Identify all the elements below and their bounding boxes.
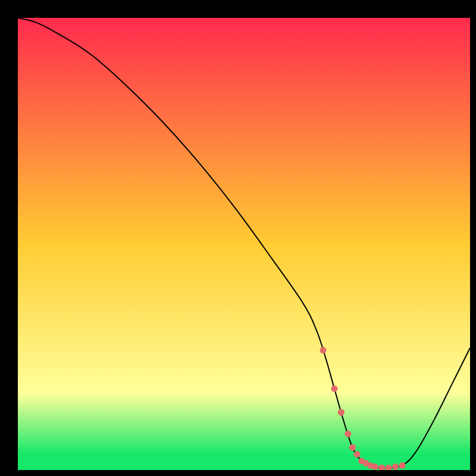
bottleneck-chart xyxy=(0,0,476,476)
optimum-dot xyxy=(372,464,378,470)
optimum-dot xyxy=(345,431,351,437)
optimum-dot xyxy=(399,462,406,469)
optimum-dot xyxy=(354,451,361,458)
optimum-dot xyxy=(320,347,327,353)
chart-frame: { "watermark": "TheBottlenecker.com", "c… xyxy=(0,0,476,476)
optimum-dot xyxy=(392,464,399,470)
optimum-dot xyxy=(349,444,356,451)
border-right xyxy=(470,0,476,476)
border-top xyxy=(0,0,476,18)
border-bottom xyxy=(0,470,476,476)
optimum-dot xyxy=(331,386,338,392)
border-left xyxy=(0,0,18,476)
plot-background xyxy=(18,18,470,470)
optimum-dot xyxy=(338,409,345,416)
